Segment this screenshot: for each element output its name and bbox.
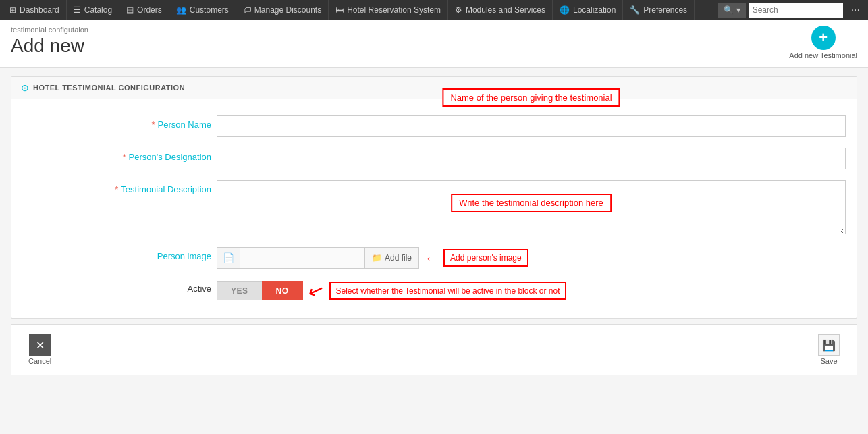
footer-bar: ✕ Cancel 💾 Save — [11, 324, 857, 375]
designation-control — [217, 148, 846, 169]
cancel-button[interactable]: ✕ Cancel — [22, 331, 58, 368]
active-annotation: Select whether the Testimonial will be a… — [329, 282, 567, 300]
main-content: ⊙ HOTEL TESTIMONIAL CONFIGURATION * Pers… — [0, 68, 868, 383]
image-annotation: Add person's image — [443, 249, 528, 267]
image-annotation-row: 📄 📁 Add file ← Add person's image — [217, 247, 846, 269]
testimonial-description-row: * Testimonial Description Write the test… — [11, 175, 857, 242]
modules-icon: ⚙ — [455, 5, 462, 15]
dashboard-icon: ⊞ — [9, 5, 16, 15]
active-label: Active — [188, 283, 211, 294]
cancel-label: Cancel — [28, 357, 51, 365]
page-header: testimonial configutaion Add new + Add n… — [0, 20, 868, 68]
toggle-yes-button[interactable]: YES — [217, 281, 262, 300]
nav-hotel-reservation[interactable]: 🛏 Hotel Reservation System — [329, 0, 448, 20]
active-annotation-row: YES NO ↙ Select whether the Testimonial … — [217, 279, 846, 302]
designation-row: Designation of the person * Person's Des… — [11, 142, 857, 175]
designation-label-col: Designation of the person * Person's Des… — [22, 148, 211, 162]
localization-icon: 🌐 — [560, 5, 570, 15]
file-input-group: 📄 📁 Add file — [217, 247, 419, 269]
add-file-button[interactable]: 📁 Add file — [365, 247, 419, 269]
save-label: Save — [820, 357, 837, 365]
nav-localization[interactable]: 🌐 Localization — [553, 0, 623, 20]
search-input[interactable] — [749, 3, 843, 18]
file-browse-icon[interactable]: 📄 — [217, 247, 240, 269]
nav-manage-discounts[interactable]: 🏷 Manage Discounts — [236, 0, 329, 20]
search-area: 🔍 ▾ ··· — [718, 3, 865, 18]
active-control: YES NO ↙ Select whether the Testimonial … — [217, 279, 846, 302]
card-header-title: HOTEL TESTIMONIAL CONFIGURATION — [33, 84, 185, 92]
designation-input[interactable] — [217, 148, 846, 169]
card-header: ⊙ HOTEL TESTIMONIAL CONFIGURATION — [11, 77, 857, 99]
preferences-icon: 🔧 — [630, 5, 640, 15]
search-button[interactable]: 🔍 ▾ — [718, 3, 745, 18]
testimonial-control: Write the testimonial description here — [217, 180, 846, 236]
page-header-left: testimonial configutaion Add new — [11, 26, 88, 57]
add-new-circle-icon: + — [811, 26, 836, 50]
orders-icon: ▤ — [126, 5, 134, 15]
person-name-input[interactable] — [217, 115, 846, 137]
designation-required-star: * — [122, 152, 126, 162]
required-star: * — [151, 119, 155, 130]
save-icon: 💾 — [818, 334, 840, 356]
person-image-label: Person image — [157, 251, 211, 261]
active-arrow-icon: ↙ — [305, 277, 327, 304]
person-image-row: Person image 📄 📁 Add file ← — [11, 242, 857, 274]
nav-orders[interactable]: ▤ Orders — [119, 0, 169, 20]
person-image-label-col: Person image — [22, 247, 211, 261]
person-name-control: Name of the person giving the testimonia… — [217, 115, 846, 137]
nav-dashboard[interactable]: ⊞ Dashboard — [3, 0, 67, 20]
person-name-label-col: * Person Name — [22, 115, 211, 130]
add-new-testimonial-button[interactable]: + Add new Testimonial — [789, 26, 857, 59]
testimonial-textarea[interactable] — [217, 180, 846, 234]
nav-catalog[interactable]: ☰ Catalog — [67, 0, 119, 20]
hotel-icon: 🛏 — [335, 5, 344, 15]
form-body: * Person Name Name of the person giving … — [11, 99, 857, 318]
more-options-icon[interactable]: ··· — [846, 4, 865, 16]
testimonial-required-star: * — [115, 184, 118, 194]
testimonial-label-col: * Testimonial Description — [22, 180, 211, 194]
save-button[interactable]: 💾 Save — [811, 331, 846, 368]
testimonial-label: Testimonial Description — [121, 184, 211, 194]
file-path-input[interactable] — [240, 247, 365, 269]
active-toggle: YES NO — [217, 281, 303, 300]
testimonial-form-card: ⊙ HOTEL TESTIMONIAL CONFIGURATION * Pers… — [11, 76, 857, 319]
nav-customers[interactable]: 👥 Customers — [169, 0, 236, 20]
catalog-icon: ☰ — [74, 5, 81, 15]
active-row: Active YES NO ↙ — [11, 274, 857, 307]
page-title: Add new — [11, 35, 88, 57]
add-file-label: Add file — [385, 253, 412, 263]
person-name-annotation: Name of the person giving the testimonia… — [442, 88, 620, 107]
discounts-icon: 🏷 — [243, 5, 251, 15]
nav-modules-services[interactable]: ⚙ Modules and Services — [448, 0, 553, 20]
person-name-row: * Person Name Name of the person giving … — [11, 110, 857, 142]
add-file-icon: 📁 — [372, 253, 382, 263]
breadcrumb: testimonial configutaion — [11, 26, 88, 34]
nav-preferences[interactable]: 🔧 Preferences — [623, 0, 695, 20]
top-navigation: ⊞ Dashboard ☰ Catalog ▤ Orders 👥 Custome… — [0, 0, 868, 20]
toggle-no-button[interactable]: NO — [262, 281, 303, 300]
designation-label: Person's Designation — [129, 152, 211, 162]
person-name-label: Person Name — [158, 119, 211, 130]
add-new-button-label: Add new Testimonial — [789, 51, 857, 59]
active-label-col: Active — [22, 279, 211, 294]
person-image-control: 📄 📁 Add file ← Add person's image — [217, 247, 846, 269]
customers-icon: 👥 — [176, 5, 186, 15]
card-header-icon: ⊙ — [21, 82, 29, 93]
image-arrow-icon: ← — [425, 250, 438, 266]
cancel-icon: ✕ — [29, 334, 51, 356]
